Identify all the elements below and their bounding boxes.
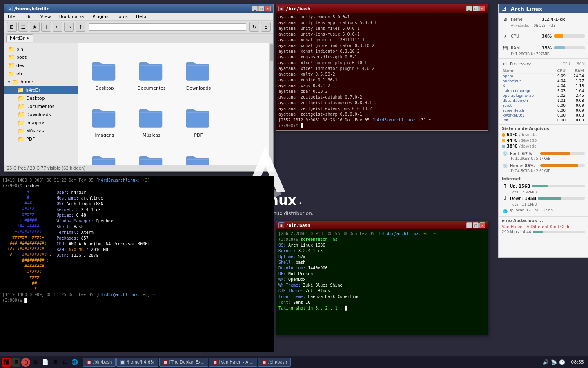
taskbar-icon-net[interactable]: 🌐 bbox=[70, 358, 79, 367]
tab-h4rd3r[interactable]: h4rd3r ✕ bbox=[6, 34, 33, 42]
systray-audio[interactable]: 🔊 bbox=[542, 359, 549, 366]
menu-help[interactable]: Help bbox=[134, 13, 148, 20]
file-item-programas[interactable]: Programas bbox=[129, 141, 174, 165]
taskbar-window-debian[interactable]: ■ [The Debian Ex... bbox=[159, 358, 208, 367]
file-item-pdf[interactable]: PDF bbox=[176, 94, 221, 139]
sidebar-item-músicas[interactable]: 📁Músicas bbox=[4, 127, 78, 135]
download-label: Down: bbox=[510, 196, 523, 201]
term-line: ayatana xchat-gnome-indicator 0.3.10-2 bbox=[278, 43, 485, 49]
menu-file[interactable]: File bbox=[6, 13, 17, 20]
term-line: ayatana xfce4-appmenu-plugin 0.10-1 bbox=[278, 60, 485, 66]
close-btn[interactable]: ✕ bbox=[265, 6, 271, 11]
menu-bookmarks[interactable]: Bookmarks bbox=[58, 13, 86, 20]
file-item-documentos[interactable]: Documentos bbox=[129, 47, 174, 92]
menu-view[interactable]: View bbox=[39, 13, 53, 20]
file-manager-icon: 🗂 bbox=[7, 6, 13, 11]
menu-edit[interactable]: Edit bbox=[22, 13, 33, 20]
terminal-top-title: /bin/bash bbox=[286, 6, 310, 11]
term-bottom-minimize[interactable]: _ bbox=[466, 222, 472, 228]
terminal-bottom-content[interactable]: [28632:28604 0:918] 08:55:38 Dom Fev 05 … bbox=[276, 229, 488, 335]
art-line: +########## bbox=[2, 229, 51, 235]
art-line: # ########## ; bbox=[2, 252, 51, 258]
term-bottom-line: Icon Theme: Faenza-Dark-Cupertino bbox=[278, 294, 485, 300]
proc-ram: 0.09 bbox=[566, 108, 585, 113]
location-bar[interactable]: /home/h4rd3r bbox=[89, 23, 246, 31]
proc-cpu: 9.09 bbox=[551, 74, 566, 79]
taskbar-icon-files[interactable]: 📄 bbox=[41, 358, 50, 367]
forward-btn[interactable]: → bbox=[64, 22, 74, 32]
term-maximize[interactable]: □ bbox=[473, 6, 479, 11]
term-line: ayatana unity-lens-applications 5.0.0-1 bbox=[278, 20, 485, 26]
file-item-músicas[interactable]: Músicas bbox=[129, 94, 174, 139]
bookmarks-btn[interactable]: ★ bbox=[30, 22, 40, 32]
tab-label: h4rd3r bbox=[10, 36, 25, 41]
file-item-desktop[interactable]: Desktop bbox=[82, 47, 127, 92]
maximize-btn[interactable]: □ bbox=[258, 6, 264, 11]
systray-network[interactable]: 📡 bbox=[550, 359, 557, 366]
up-btn[interactable]: ↑ bbox=[76, 22, 85, 32]
art-line: ## bbox=[2, 280, 51, 286]
taskbar-icon-terminal[interactable]: 🖥 bbox=[11, 358, 20, 367]
sidebar-item-etc[interactable]: 📁etc bbox=[4, 70, 78, 78]
info-line: Uptime: 0:48 bbox=[56, 213, 150, 218]
terminal-main-content[interactable]: [1419:1400 0:908] 08:51:22 Dom Fev 05 [h… bbox=[0, 176, 274, 352]
sidebar-label: etc bbox=[16, 71, 23, 76]
process-row: operapluginwrap 2.02 2.45 bbox=[502, 93, 585, 98]
sidebar-item-downloads[interactable]: 📁Downloads bbox=[4, 110, 78, 119]
tab-close[interactable]: ✕ bbox=[27, 36, 30, 40]
refresh-btn[interactable]: ↻ bbox=[249, 22, 259, 32]
term-bottom-line: WM Theme: Zuki Blues Shine bbox=[278, 283, 485, 288]
info-line: RAM: 670 MB / 2016 MB bbox=[56, 247, 150, 253]
minimize-btn[interactable]: _ bbox=[252, 6, 258, 11]
taskbar-icon-apps[interactable]: 🅰 bbox=[2, 358, 11, 367]
systray-clock-icon[interactable]: 🕐 bbox=[559, 359, 565, 366]
sidebar-item-imagens[interactable]: 📁Imagens bbox=[4, 119, 78, 127]
new-folder-btn[interactable]: + bbox=[41, 22, 51, 32]
taskbar-icon-screen[interactable]: 🖥 bbox=[51, 358, 60, 367]
icon-view-btn[interactable]: ⊞ bbox=[7, 22, 17, 32]
process-icon: ⚙ bbox=[502, 61, 508, 67]
temp-label: /dev/sdc bbox=[519, 144, 536, 148]
process-row: kworker/0:1 0.00 0.03 bbox=[502, 113, 585, 118]
file-item-pkgbuilds[interactable]: PkgBuilds bbox=[82, 141, 127, 165]
sidebar-item-h4rd3r[interactable]: ▶📁h4rd3r bbox=[4, 86, 78, 94]
art-line: +##.##### bbox=[2, 223, 51, 229]
terminal-top: ■ /bin/bash _ □ ✕ ayatana unity-common 5… bbox=[276, 4, 488, 131]
sidebar-item-bin[interactable]: 📁bin bbox=[4, 45, 78, 53]
sidebar-item-boot[interactable]: 📁boot bbox=[4, 53, 78, 61]
term-bottom-line: Kernel: 3.2.4-1-ck bbox=[278, 248, 485, 254]
file-label: Desktop bbox=[95, 85, 114, 91]
uptime-label: Atividade: bbox=[511, 23, 529, 27]
taskbar-window-bash2[interactable]: ■ /bin/bash bbox=[258, 358, 291, 367]
file-item-imagens[interactable]: Imagens bbox=[82, 94, 127, 139]
taskbar-window-vanhalen[interactable]: ■ [Van Halen - A ... bbox=[209, 358, 257, 367]
list-view-btn[interactable]: ☰ bbox=[18, 22, 28, 32]
taskbar-icon-browser[interactable]: ○ bbox=[21, 358, 30, 367]
file-item-downloads[interactable]: Downloads bbox=[176, 47, 221, 92]
proc-th-name: Name bbox=[502, 68, 551, 74]
folder-icon: 📁 bbox=[12, 79, 19, 85]
sidebar-item-documentos[interactable]: 📁Documentos bbox=[4, 102, 78, 110]
term-close[interactable]: ✕ bbox=[479, 6, 485, 11]
term-bottom-close[interactable]: ✕ bbox=[479, 222, 485, 228]
term-minimize[interactable]: _ bbox=[466, 6, 472, 11]
back-btn[interactable]: ← bbox=[53, 22, 62, 32]
menu-tools[interactable]: Tools bbox=[115, 13, 129, 20]
sidebar-item-home[interactable]: ▼📁home bbox=[4, 78, 78, 86]
bash2-icon: ■ bbox=[262, 360, 267, 365]
scrollbar-thumb[interactable] bbox=[270, 44, 273, 61]
taskbar-icon-folder[interactable]: 🗂 bbox=[60, 358, 69, 367]
terminal-main[interactable]: [1419:1400 0:908] 08:51:22 Dom Fev 05 [h… bbox=[0, 176, 274, 352]
terminal-top-content[interactable]: ayatana unity-common 5.0.0-1ayatana unit… bbox=[276, 13, 488, 130]
sidebar-item-pdf[interactable]: 📁PDF bbox=[4, 135, 78, 143]
taskbar-icon-settings[interactable]: ⚙ bbox=[31, 358, 40, 367]
taskbar-window-home[interactable]: ■ /home/h4rd3r bbox=[116, 358, 158, 367]
upload-label: Up: bbox=[510, 184, 517, 188]
term-bottom-maximize[interactable]: □ bbox=[473, 222, 479, 228]
sidebar-item-dev[interactable]: 📁dev bbox=[4, 61, 78, 70]
menu-plugins[interactable]: Plugins bbox=[91, 13, 110, 20]
sidebar-item-desktop[interactable]: 📁Desktop bbox=[4, 94, 78, 102]
proc-ram: 0.03 bbox=[566, 113, 585, 118]
home-btn[interactable]: ⌂ bbox=[261, 22, 271, 32]
taskbar-window-bash1[interactable]: ■ /bin/bash bbox=[83, 358, 116, 367]
